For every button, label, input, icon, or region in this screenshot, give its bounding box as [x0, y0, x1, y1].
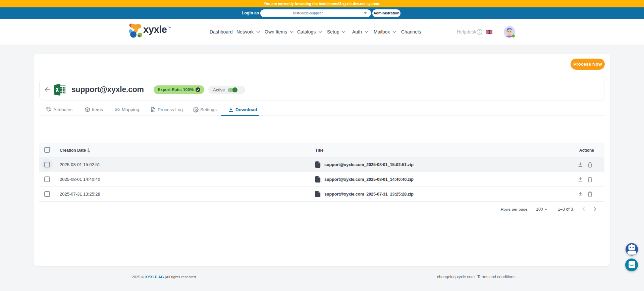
- svg-text:?: ?: [478, 30, 480, 34]
